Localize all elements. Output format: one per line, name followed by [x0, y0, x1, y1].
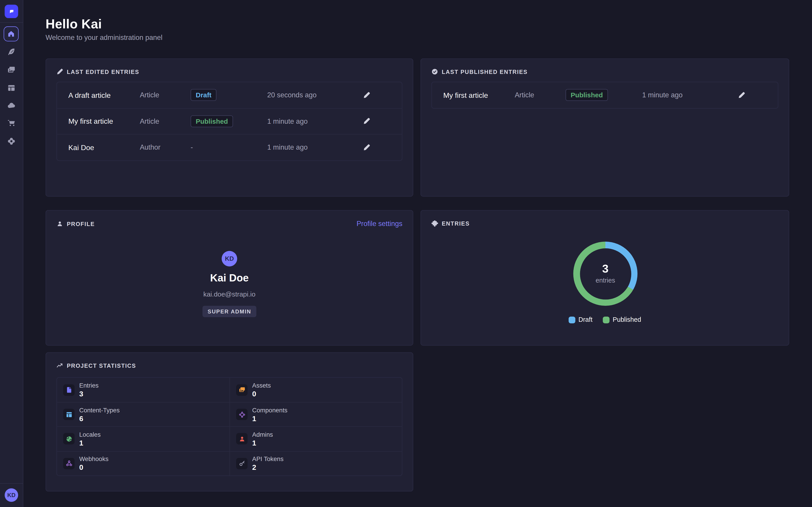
- stat-label: Admins: [252, 431, 273, 438]
- strapi-logo-icon: [7, 7, 15, 15]
- sidebar-divider-bottom: [0, 483, 23, 484]
- file-icon: [65, 386, 72, 393]
- entry-name: A draft article: [68, 91, 140, 99]
- chart-legend: Draft Published: [421, 316, 789, 323]
- page-subtitle: Welcome to your administration panel: [46, 34, 162, 41]
- sidebar-item-marketplace[interactable]: [7, 119, 15, 127]
- stat-label: Entries: [79, 382, 99, 389]
- sidebar-item-content-manager[interactable]: [7, 48, 15, 56]
- stat-value: 6: [79, 414, 119, 423]
- profile-settings-link[interactable]: Profile settings: [357, 220, 402, 228]
- table-row: Kai Doe Author - 1 minute ago: [57, 134, 402, 160]
- status-badge: Draft: [191, 89, 217, 101]
- entry-time: 1 minute ago: [642, 91, 737, 99]
- stat-label: Locales: [79, 431, 101, 438]
- sidebar: KD: [0, 0, 23, 507]
- webhook-icon: [65, 460, 72, 467]
- stat-label: Assets: [252, 382, 271, 389]
- status-badge: Published: [565, 89, 608, 101]
- stat-value: 0: [252, 390, 271, 398]
- gear-icon: [7, 137, 15, 145]
- edit-entry-button[interactable]: [362, 144, 370, 151]
- stat-admins: Admins1: [230, 427, 402, 451]
- sidebar-item-content-type-builder[interactable]: [7, 84, 15, 92]
- legend-item-published: Published: [603, 316, 641, 323]
- entry-type: Author: [140, 144, 191, 151]
- entry-name: My first article: [443, 91, 515, 99]
- sidebar-divider-top: [0, 22, 23, 23]
- sidebar-item-media-library[interactable]: [7, 66, 15, 74]
- sidebar-item-home[interactable]: [4, 26, 19, 42]
- stat-value: 1: [79, 439, 101, 447]
- panel-title: LAST PUBLISHED ENTRIES: [442, 68, 527, 75]
- edit-entry-button[interactable]: [737, 91, 745, 99]
- profile-body: KD Kai Doe kai.doe@strapi.io SUPER ADMIN: [46, 251, 413, 317]
- entry-time: 1 minute ago: [267, 117, 362, 125]
- entry-type: Article: [140, 117, 191, 125]
- published-swatch: [603, 316, 610, 323]
- feather-icon: [7, 48, 15, 56]
- draft-swatch: [569, 316, 575, 323]
- stat-webhooks: Webhooks0: [57, 451, 230, 475]
- entry-name: My first article: [68, 117, 140, 125]
- legend-label: Published: [613, 316, 641, 323]
- layout-icon: [65, 411, 72, 418]
- layout-icon: [7, 84, 15, 92]
- panel-title: PROJECT STATISTICS: [67, 362, 136, 369]
- table-row: My first article Article Published 1 min…: [57, 108, 402, 134]
- edit-entry-button[interactable]: [362, 91, 370, 99]
- status-none: -: [191, 144, 267, 151]
- table-row: A draft article Article Draft 20 seconds…: [57, 82, 402, 108]
- stat-label: Components: [252, 406, 287, 414]
- strapi-admin-dashboard: KD Hello Kai Welcome to your administrat…: [0, 0, 812, 507]
- pencil-icon: [56, 68, 63, 75]
- stat-value: 1: [252, 414, 287, 423]
- last-edited-entries-panel: LAST EDITED ENTRIES A draft article Arti…: [46, 58, 413, 196]
- entry-type: Article: [515, 91, 565, 99]
- stat-content-types: Content-Types6: [57, 402, 230, 426]
- legend-item-draft: Draft: [569, 316, 593, 323]
- entry-time: 20 seconds ago: [267, 91, 362, 99]
- entries-count: 3: [602, 264, 609, 275]
- sidebar-item-settings[interactable]: [7, 137, 15, 145]
- images-icon: [239, 386, 245, 393]
- panel-title: LAST EDITED ENTRIES: [67, 68, 139, 75]
- last-published-entries-panel: LAST PUBLISHED ENTRIES My first article …: [420, 58, 789, 196]
- last-published-table: My first article Article Published 1 min…: [432, 82, 778, 108]
- entry-time: 1 minute ago: [267, 144, 362, 151]
- panel-title: ENTRIES: [442, 220, 470, 226]
- role-badge: SUPER ADMIN: [203, 306, 256, 317]
- strapi-logo[interactable]: [5, 5, 18, 18]
- stat-label: Webhooks: [79, 455, 108, 463]
- puzzle-icon: [239, 411, 245, 418]
- table-row: My first article Article Published 1 min…: [432, 82, 778, 108]
- user-icon: [56, 220, 63, 227]
- user-icon: [239, 436, 245, 442]
- stat-components: Components1: [230, 402, 402, 426]
- entries-count-label: entries: [596, 277, 615, 284]
- user-avatar[interactable]: KD: [5, 488, 18, 502]
- profile-email: kai.doe@strapi.io: [203, 290, 256, 298]
- stat-entries: Entries3: [57, 378, 230, 402]
- stat-label: Content-Types: [79, 406, 119, 414]
- legend-label: Draft: [578, 316, 593, 323]
- profile-name: Kai Doe: [210, 272, 249, 284]
- entries-panel: ENTRIES 3 entries Draft Published: [420, 210, 789, 346]
- cloud-icon: [7, 101, 15, 110]
- stat-value: 2: [252, 463, 284, 471]
- puzzle-icon: [432, 220, 438, 227]
- panel-title: PROFILE: [67, 221, 95, 227]
- trending-up-icon: [56, 362, 63, 369]
- status-badge: Published: [191, 115, 233, 127]
- home-icon: [7, 30, 15, 38]
- stat-label: API Tokens: [252, 455, 284, 463]
- images-icon: [7, 66, 15, 74]
- sidebar-item-cloud[interactable]: [7, 101, 15, 110]
- page-title: Hello Kai: [46, 16, 102, 32]
- entry-type: Article: [140, 91, 191, 99]
- profile-panel: PROFILE Profile settings KD Kai Doe kai.…: [46, 210, 413, 346]
- stat-locales: Locales1: [57, 427, 230, 451]
- edit-entry-button[interactable]: [362, 117, 370, 125]
- donut-center: 3 entries: [573, 241, 638, 306]
- last-edited-table: A draft article Article Draft 20 seconds…: [56, 82, 402, 161]
